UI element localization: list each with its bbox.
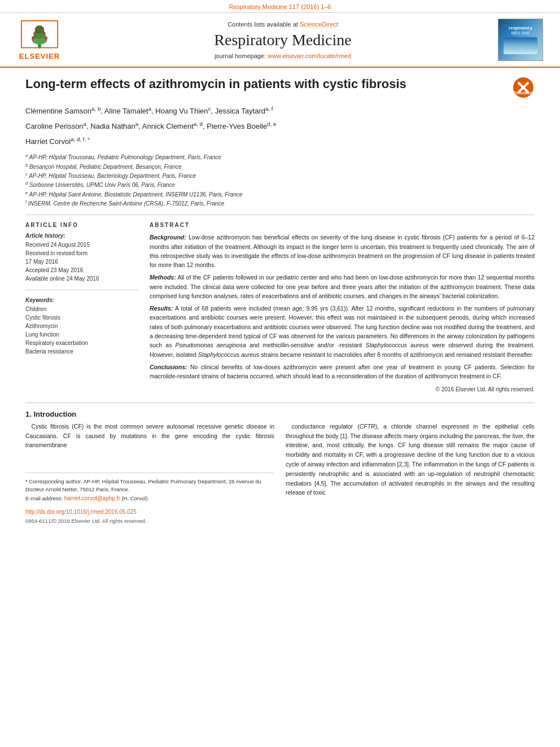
background-text: Low-dose azithromycin has beneficial eff… bbox=[150, 234, 535, 268]
methods-label: Methods: bbox=[150, 274, 176, 281]
article-info-column: ARTICLE INFO Article history: Received 2… bbox=[25, 222, 138, 394]
article-title: Long-term effects of azithromycin in pat… bbox=[25, 76, 512, 93]
keywords-label: Keywords: bbox=[25, 297, 138, 303]
journal-header-center: Contents lists available at ScienceDirec… bbox=[79, 21, 487, 59]
affiliation-b: b Besançon Hospital, Pediatric Departmen… bbox=[25, 162, 535, 171]
divider-1 bbox=[25, 215, 535, 215]
page: Respiratory Medicine 117 (2016) 1–6 bbox=[0, 0, 560, 747]
article-content: Long-term effects of azithromycin in pat… bbox=[0, 68, 560, 535]
keywords-section: Keywords: Children Cystic fibrosis Azith… bbox=[25, 297, 138, 356]
affiliation-a: a AP-HP, Hôpital Trousseau, Pediatric Pu… bbox=[25, 152, 535, 161]
accepted-date: Accepted 23 May 2016 bbox=[25, 266, 138, 274]
journal-homepage: journal homepage: www.elsevier.com/locat… bbox=[79, 53, 487, 59]
journal-title: Respiratory Medicine bbox=[79, 31, 487, 49]
journal-cover-image: respiratory MED ONE bbox=[498, 19, 543, 61]
homepage-link[interactable]: www.elsevier.com/locate/rmed bbox=[268, 53, 351, 59]
abstract-text: Background: Low-dose azithromycin has be… bbox=[150, 233, 535, 394]
sciencedirect-line: Contents lists available at ScienceDirec… bbox=[79, 21, 487, 28]
sciencedirect-link[interactable]: ScienceDirect bbox=[300, 21, 338, 28]
email-link[interactable]: harriet.corvol@aphp.fr bbox=[64, 495, 120, 501]
svg-point-5 bbox=[44, 36, 47, 39]
footnotes: * Corresponding author. AP-HP, Hôpital T… bbox=[25, 473, 274, 524]
keyword-lung-function: Lung function bbox=[25, 330, 138, 339]
affiliation-f: f INSERM, Centre de Recherche Saint-Anto… bbox=[25, 199, 535, 208]
staph-text: Staphylococcus aureus bbox=[365, 342, 428, 348]
revised-label: Received in revised form bbox=[25, 249, 138, 257]
results-label: Results: bbox=[150, 305, 173, 312]
crossmark-icon: CrossMark bbox=[512, 76, 535, 99]
methods-text: All of the CF patients followed in our p… bbox=[150, 274, 535, 299]
svg-point-4 bbox=[32, 36, 35, 39]
affiliation-e: e AP-HP, Hôpital Saint Antoine, Biostati… bbox=[25, 190, 535, 199]
staph-text2: Staphylococcus aureus bbox=[198, 351, 260, 358]
footnote-section: * Corresponding author. AP-HP, Hôpital T… bbox=[25, 473, 274, 524]
elsevier-tree-icon bbox=[17, 20, 62, 51]
keyword-cystic-fibrosis: Cystic fibrosis bbox=[25, 313, 138, 322]
abstract-conclusions: Conclusions: No clinical benefits of low… bbox=[150, 362, 535, 381]
abstract-methods: Methods: All of the CF patients followed… bbox=[150, 273, 535, 300]
keyword-children: Children bbox=[25, 305, 138, 313]
introduction-section: 1. Introduction Cystic fibrosis (CF) is … bbox=[25, 403, 535, 524]
keyword-respiratory: Respiratory exacerbation bbox=[25, 339, 138, 347]
conclusions-label: Conclusions: bbox=[150, 364, 187, 370]
article-history: Article history: Received 24 August 2015… bbox=[25, 233, 138, 283]
svg-point-9 bbox=[41, 27, 43, 29]
svg-point-6 bbox=[34, 31, 37, 34]
available-date: Available online 24 May 2016 bbox=[25, 274, 138, 283]
abstract-column: ABSTRACT Background: Low-dose azithromyc… bbox=[150, 222, 535, 394]
conclusions-text: No clinical benefits of low-doses azithr… bbox=[150, 364, 535, 379]
abstract-label: ABSTRACT bbox=[150, 222, 535, 228]
keyword-azithromycin: Azithromycin bbox=[25, 322, 138, 330]
intro-left-col: Cystic fibrosis (CF) is the most common … bbox=[25, 422, 274, 524]
received-date: Received 24 August 2015 bbox=[25, 241, 138, 249]
doi-section: http://dx.doi.org/10.1016/j.rmed.2016.05… bbox=[25, 506, 274, 516]
abstract-results: Results: A total of 68 patients were inc… bbox=[150, 304, 535, 359]
doi-link[interactable]: http://dx.doi.org/10.1016/j.rmed.2016.05… bbox=[25, 509, 137, 515]
journal-header: ELSEVIER Contents lists available at Sci… bbox=[0, 13, 560, 68]
background-label: Background: bbox=[150, 234, 186, 241]
keyword-bacteria: Bacteria resistance bbox=[25, 347, 138, 356]
intro-right-col: conductance regulator (CFTR), a chloride… bbox=[286, 422, 535, 524]
divider-info bbox=[25, 290, 138, 290]
footnote-corresponding: * Corresponding author. AP-HP, Hôpital T… bbox=[25, 478, 274, 503]
article-info-abstract: ARTICLE INFO Article history: Received 2… bbox=[25, 222, 535, 394]
history-label: Article history: bbox=[25, 233, 138, 239]
revised-date: 17 May 2016 bbox=[25, 257, 138, 266]
pseudomonas-text: Pseudomonas aeruginosa bbox=[176, 342, 246, 348]
svg-point-8 bbox=[36, 27, 38, 29]
authors-line3: Harriet Corvola, d, f, * bbox=[25, 135, 535, 148]
journal-citation: Respiratory Medicine 117 (2016) 1–6 bbox=[0, 0, 560, 13]
article-info-label: ARTICLE INFO bbox=[25, 222, 138, 228]
elsevier-label: ELSEVIER bbox=[19, 52, 60, 60]
copyright: © 2016 Elsevier Ltd. All rights reserved… bbox=[150, 385, 535, 394]
abstract-background: Background: Low-dose azithromycin has be… bbox=[150, 233, 535, 269]
affiliation-c: c AP-HP, Hôpital Trousseau, Bacteriology… bbox=[25, 171, 535, 180]
svg-point-7 bbox=[42, 31, 45, 34]
elsevier-logo: ELSEVIER bbox=[17, 20, 62, 60]
affiliation-d: d Sorbonne Universités, UPMC Univ Paris … bbox=[25, 180, 535, 189]
article-title-section: Long-term effects of azithromycin in pat… bbox=[25, 76, 535, 99]
elsevier-logo-section: ELSEVIER bbox=[6, 20, 73, 60]
journal-cover-section: respiratory MED ONE bbox=[492, 19, 549, 61]
intro-right-text: conductance regulator (CFTR), a chloride… bbox=[286, 422, 535, 497]
journal-cover-text: respiratory MED ONE bbox=[504, 25, 537, 54]
authors: Clémentine Samsona, b, Aline Tamaleta, H… bbox=[25, 104, 535, 117]
issn-line: 0954-6111/© 2016 Elsevier Ltd. All right… bbox=[25, 518, 274, 524]
authors-line2: Caroline Perissona, Nadia Nathana, Annic… bbox=[25, 120, 535, 133]
intro-left-text: Cystic fibrosis (CF) is the most common … bbox=[25, 422, 274, 450]
intro-columns: Cystic fibrosis (CF) is the most common … bbox=[25, 422, 535, 524]
affiliations: a AP-HP, Hôpital Trousseau, Pediatric Pu… bbox=[25, 152, 535, 208]
intro-header: 1. Introduction bbox=[25, 410, 535, 418]
svg-text:CrossMark: CrossMark bbox=[513, 91, 533, 95]
